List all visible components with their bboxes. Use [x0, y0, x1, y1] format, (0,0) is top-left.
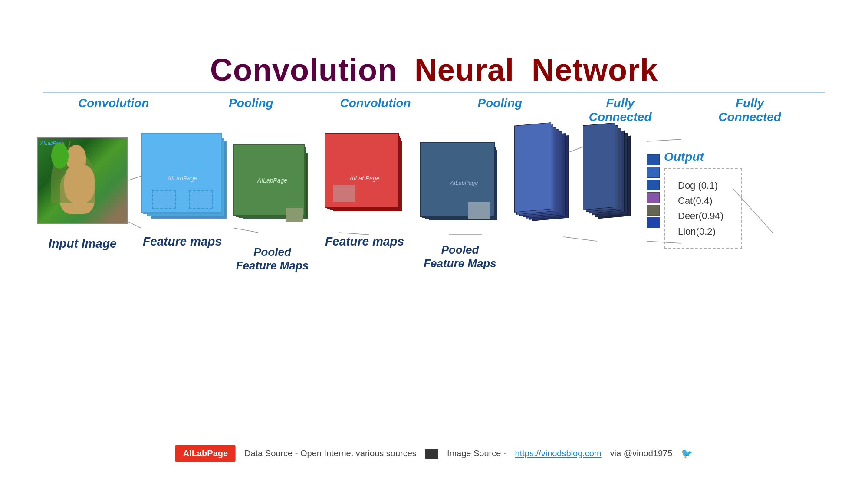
output-color-bars — [647, 154, 660, 228]
output-cat: Cat(0.4) — [678, 193, 728, 208]
output-bar-2 — [647, 167, 660, 178]
fc2-stack — [582, 124, 634, 224]
feature-maps-1-section: AILabPage Feature maps — [139, 133, 226, 249]
footer-via: via @vinod1975 — [610, 449, 673, 459]
title-row: Convolution Neural Network — [210, 52, 658, 88]
darkblue-stack: AILabPage — [420, 144, 500, 230]
output-box: Dog (0.1) Cat(0.4) Deer(0.94) Lion(0.2) — [664, 168, 742, 249]
title-divider — [43, 92, 825, 93]
output-label: Output — [664, 150, 742, 164]
ailabpage-badge: AILabPage — [175, 445, 236, 462]
output-section: Output Dog (0.1) Cat(0.4) Deer(0.94) Lio… — [647, 146, 742, 249]
blue-stack: AILabPage — [141, 135, 224, 222]
output-bar-1 — [647, 154, 660, 165]
red-stack: AILabPage — [325, 135, 405, 222]
output-deer: Deer(0.94) — [678, 208, 728, 223]
blue-stack-label: AILabPage — [167, 175, 197, 182]
red-stack-label: AILabPage — [349, 175, 379, 182]
label-fc1: FullyConnected — [589, 96, 652, 124]
input-image-label: Input Image — [48, 237, 116, 251]
output-bar-3 — [647, 180, 660, 190]
pooled-feature-maps-1-section: AILabPage PooledFeature Maps — [232, 141, 312, 272]
output-bar-gray — [647, 205, 660, 216]
label-pooling2: Pooling — [477, 96, 522, 110]
title-neural: Neural — [414, 52, 514, 88]
darkblue-stack-label: AILabPage — [450, 180, 478, 186]
twitter-icon: 🐦 — [681, 448, 693, 459]
green-stack-label: AILabPage — [257, 177, 287, 184]
feature-maps-1-label: Feature maps — [143, 235, 222, 249]
footer-link[interactable]: https://vinodsblog.com — [515, 449, 602, 459]
footer: AILabPage Data Source - Open Internet va… — [175, 445, 693, 462]
title-network: Network — [532, 52, 658, 88]
feature-maps-2-section: AILabPage Feature maps — [321, 135, 408, 249]
output-bar-purple — [647, 192, 660, 203]
labels-row: Convolution Pooling Convolution Pooling … — [43, 96, 825, 124]
data-source-text: Data Source - Open Internet various sour… — [244, 449, 417, 459]
output-prediction-area: Output Dog (0.1) Cat(0.4) Deer(0.94) Lio… — [664, 150, 742, 249]
fc1-stack — [514, 124, 571, 224]
label-convolution1: Convolution — [78, 96, 149, 110]
output-lion: Lion(0.2) — [678, 224, 728, 239]
feature-maps-2-label: Feature maps — [325, 235, 404, 249]
label-convolution2: Convolution — [340, 96, 411, 110]
image-source-text: Image Source - — [447, 449, 506, 459]
diagram-wrapper: AILabPage Input Image — [22, 133, 846, 272]
label-fc2: FullyConnected — [718, 96, 781, 124]
output-area: Output Dog (0.1) Cat(0.4) Deer(0.94) Lio… — [647, 146, 742, 249]
input-image-section: AILabPage Input Image — [35, 137, 130, 251]
fc1-section — [514, 133, 571, 224]
thumbnail — [425, 449, 438, 459]
label-pooling1: Pooling — [229, 96, 273, 110]
pooled-feature-maps-1-label: PooledFeature Maps — [236, 246, 309, 272]
deer-image: AILabPage — [37, 137, 128, 224]
pooled-feature-maps-2-label: PooledFeature Maps — [424, 243, 496, 270]
green-stack: AILabPage — [233, 146, 312, 233]
output-dog: Dog (0.1) — [678, 178, 728, 193]
pooled-feature-maps-2-section: AILabPage PooledFeature Maps — [417, 139, 503, 270]
main-container: Convolution Neural Network Convolution P… — [0, 0, 868, 488]
output-bar-4 — [647, 217, 660, 228]
title-convolution: Convolution — [210, 52, 397, 88]
fc2-section — [579, 133, 636, 224]
deer-overlay-label: AILabPage — [40, 141, 64, 146]
